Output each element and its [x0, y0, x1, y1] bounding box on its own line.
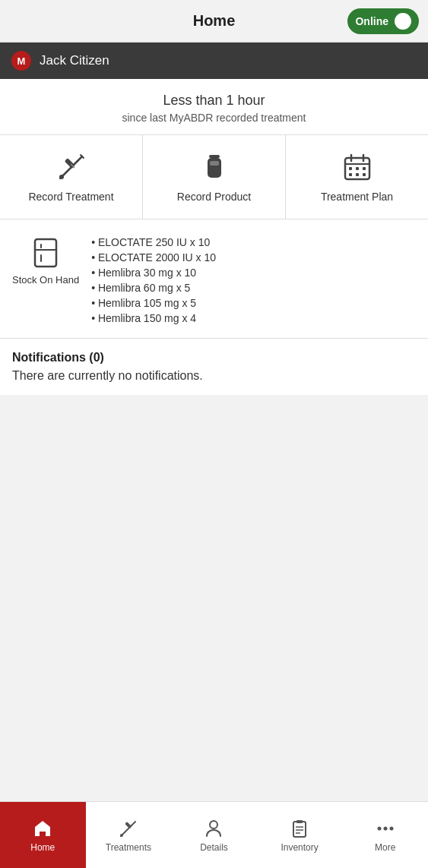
svg-rect-23 [35, 239, 56, 267]
list-item: • ELOCTATE 250 IU x 10 [91, 236, 216, 248]
svg-text:M: M [17, 55, 26, 67]
nav-item-inventory[interactable]: Inventory [257, 802, 343, 868]
svg-line-5 [78, 156, 82, 161]
online-label: Online [355, 15, 388, 27]
stock-icon-wrap: Stock On Hand [12, 233, 79, 286]
svg-line-29 [132, 822, 135, 825]
notifications-section: Notifications (0) There are currently no… [0, 339, 428, 395]
svg-point-30 [120, 834, 123, 837]
status-time: Less than 1 hour [8, 93, 420, 109]
treatment-plan-button[interactable]: Treatment Plan [286, 135, 428, 219]
nav-label-treatments: Treatments [106, 842, 151, 853]
svg-point-8 [59, 175, 64, 179]
toggle-circle [395, 13, 411, 30]
record-product-label: Record Product [177, 190, 251, 204]
page-title: Home [193, 12, 236, 30]
record-product-button[interactable]: Record Product [143, 135, 286, 219]
svg-rect-22 [363, 173, 366, 176]
syringe-icon [55, 150, 88, 184]
nav-item-details[interactable]: Details [171, 802, 257, 868]
svg-rect-19 [363, 167, 366, 170]
quick-actions: Record Treatment Record Product Treatmen… [0, 135, 428, 219]
svg-rect-20 [349, 173, 352, 176]
home-icon [32, 818, 53, 839]
svg-rect-17 [349, 167, 352, 170]
bottle-icon [198, 150, 231, 184]
user-name: Jack Citizen [40, 53, 109, 68]
svg-rect-33 [296, 820, 303, 823]
fridge-icon [29, 236, 62, 270]
nav-label-details: Details [200, 842, 228, 853]
online-toggle-button[interactable]: Online [347, 8, 419, 34]
list-item: • Hemlibra 60 mg x 5 [91, 282, 216, 294]
list-item: • ELOCTATE 2000 IU x 10 [91, 251, 216, 264]
nav-label-home: Home [30, 842, 55, 853]
svg-rect-11 [208, 158, 221, 178]
notifications-empty: There are currently no notifications. [12, 369, 416, 383]
person-icon [203, 818, 224, 839]
header: Home Online [0, 0, 428, 43]
stock-section: Stock On Hand • ELOCTATE 250 IU x 10 • E… [0, 219, 428, 339]
record-treatment-button[interactable]: Record Treatment [0, 135, 143, 219]
clipboard-icon [289, 818, 310, 839]
bottom-nav: Home Treatments Details Inventory [0, 801, 428, 868]
stock-label: Stock On Hand [12, 274, 79, 286]
more-icon [375, 818, 396, 839]
svg-point-38 [383, 826, 387, 830]
treatment-plan-label: Treatment Plan [321, 190, 393, 204]
user-bar: M Jack Citizen [0, 43, 428, 79]
calendar-icon [341, 150, 374, 184]
svg-rect-21 [356, 173, 359, 176]
svg-rect-18 [356, 167, 359, 170]
status-section: Less than 1 hour since last MyABDR recor… [0, 79, 428, 135]
svg-rect-10 [209, 155, 220, 158]
svg-rect-32 [293, 822, 306, 837]
svg-point-31 [210, 821, 217, 829]
record-treatment-label: Record Treatment [28, 190, 113, 204]
app-logo-icon: M [11, 50, 32, 71]
svg-point-39 [389, 826, 393, 830]
svg-rect-28 [125, 822, 132, 829]
svg-point-37 [377, 826, 381, 830]
list-item: • Hemlibra 105 mg x 5 [91, 297, 216, 309]
nav-item-treatments[interactable]: Treatments [86, 802, 172, 868]
nav-item-more[interactable]: More [342, 802, 428, 868]
list-item: • Hemlibra 150 mg x 4 [91, 312, 216, 324]
treatments-icon [118, 818, 139, 839]
status-subtitle: since last MyABDR recorded treatment [8, 112, 420, 124]
notifications-title: Notifications (0) [12, 351, 416, 365]
stock-list: • ELOCTATE 250 IU x 10 • ELOCTATE 2000 I… [91, 233, 216, 324]
nav-item-home[interactable]: Home [0, 802, 86, 868]
nav-label-more: More [375, 842, 395, 853]
svg-rect-12 [210, 161, 219, 166]
list-item: • Hemlibra 30 mg x 10 [91, 267, 216, 279]
nav-label-inventory: Inventory [281, 842, 318, 853]
